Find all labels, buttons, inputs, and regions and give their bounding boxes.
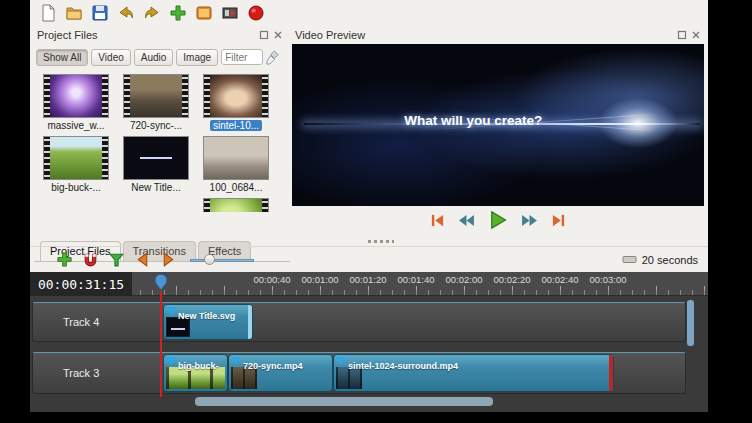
file-label: 720-sync-... <box>130 120 182 131</box>
track-name: Track 4 <box>63 316 99 328</box>
playhead-line[interactable] <box>160 291 162 397</box>
video-preview-header: Video Preview <box>290 26 706 44</box>
light-flare <box>583 88 693 158</box>
clip-720-sync[interactable]: 720-sync.mp4 <box>228 354 333 392</box>
video-thumbnail <box>203 74 269 118</box>
timeline-tracks-area: Track 4 New Title.svg Track 3 big-buck- … <box>30 296 708 412</box>
file-item-partial[interactable] <box>197 198 275 212</box>
zoom-slider-track[interactable] <box>190 259 254 262</box>
video-thumbnail <box>203 198 269 212</box>
fast-forward-icon[interactable] <box>521 214 538 227</box>
play-icon[interactable] <box>488 210 508 230</box>
project-files-panel: Project Files Show All Video Audio Image… <box>32 26 288 212</box>
file-item-selected[interactable]: sintel-10... <box>197 74 275 136</box>
zoom-slider[interactable] <box>190 253 254 267</box>
video-preview-panel: Video Preview What will you create? <box>290 26 706 238</box>
filter-input[interactable] <box>221 49 263 65</box>
playhead-handle[interactable] <box>154 273 168 295</box>
add-track-icon[interactable] <box>56 251 73 268</box>
file-label: big-buck-... <box>51 182 100 193</box>
next-marker-icon[interactable] <box>160 251 177 268</box>
ruler-minor-ticks <box>132 290 708 295</box>
current-time-display: 00:00:31:15 <box>30 272 132 296</box>
file-label: New Title... <box>131 182 180 193</box>
main-toolbar <box>30 0 708 26</box>
file-item[interactable]: 720-sync-... <box>117 74 195 136</box>
ruler-label: 00:01:20 <box>350 274 387 285</box>
file-filter-row: Show All Video Audio Image <box>32 46 288 68</box>
video-preview-canvas: What will you create? <box>292 44 704 206</box>
choose-profile-icon[interactable] <box>194 4 213 23</box>
panel-splitter-handle[interactable] <box>368 240 394 243</box>
playback-controls <box>290 210 706 230</box>
clear-filter-icon[interactable] <box>266 50 281 65</box>
clip-menu-icon[interactable] <box>166 307 176 315</box>
timeline-toolbar: 20 seconds <box>30 246 708 272</box>
ruler-label: 00:01:40 <box>398 274 435 285</box>
title-thumbnail <box>123 136 189 180</box>
jump-to-start-icon[interactable] <box>430 213 445 228</box>
horizontal-scrollbar[interactable] <box>195 397 493 406</box>
filter-tab-image[interactable]: Image <box>176 49 218 66</box>
project-files-header: Project Files <box>32 26 288 44</box>
panel-title: Project Files <box>37 29 98 41</box>
video-thumbnail <box>123 74 189 118</box>
zoom-slider-handle[interactable] <box>204 254 215 265</box>
openshot-window: Project Files Show All Video Audio Image… <box>30 0 708 412</box>
file-label: sintel-10... <box>210 120 262 131</box>
rewind-icon[interactable] <box>458 214 475 227</box>
open-project-icon[interactable] <box>64 4 83 23</box>
video-thumbnail <box>43 74 109 118</box>
close-icon[interactable] <box>691 30 701 40</box>
vertical-scrollbar[interactable] <box>687 300 694 346</box>
undo-icon[interactable] <box>116 4 135 23</box>
filter-tab-audio[interactable]: Audio <box>134 49 174 66</box>
jump-to-end-icon[interactable] <box>551 213 566 228</box>
new-project-icon[interactable] <box>38 4 57 23</box>
clip-right-trim-handle[interactable] <box>248 305 252 339</box>
ruler-label: 00:03:00 <box>590 274 627 285</box>
track-name: Track 3 <box>63 367 99 379</box>
ruler-label: 00:00:40 <box>254 274 291 285</box>
track-row-3[interactable]: Track 3 big-buck- 720-sync.mp4 sintel-10… <box>32 352 686 394</box>
clip-right-trim-handle[interactable] <box>609 355 613 391</box>
zoom-scale-indicator: 20 seconds <box>622 253 698 266</box>
export-video-icon[interactable] <box>220 4 239 23</box>
record-icon[interactable] <box>246 4 265 23</box>
clip-big-buck[interactable]: big-buck- <box>163 354 228 392</box>
ruler-label: 00:02:40 <box>542 274 579 285</box>
file-label: 100_0684... <box>210 182 263 193</box>
filter-tab-video[interactable]: Video <box>91 49 130 66</box>
add-marker-icon[interactable] <box>108 251 125 268</box>
file-item[interactable]: massive_w... <box>37 74 115 136</box>
clip-sintel[interactable]: sintel-1024-surround.mp4 <box>333 354 614 392</box>
clip-menu-icon[interactable] <box>166 357 176 365</box>
zoom-scale-label: 20 seconds <box>642 254 698 266</box>
timeline-ruler[interactable]: 00:00:40 00:01:00 00:01:20 00:01:40 00:0… <box>132 272 708 296</box>
file-item[interactable]: New Title... <box>117 136 195 198</box>
snapping-toggle-icon[interactable] <box>82 251 99 268</box>
clip-label: sintel-1024-surround.mp4 <box>334 360 460 371</box>
clip-menu-icon[interactable] <box>231 357 241 365</box>
file-label: massive_w... <box>47 120 104 131</box>
zoom-scale-icon <box>622 253 637 266</box>
file-item[interactable]: 100_0684... <box>197 136 275 198</box>
clip-menu-icon[interactable] <box>336 357 346 365</box>
undock-icon[interactable] <box>677 30 687 40</box>
ruler-label: 00:01:00 <box>302 274 339 285</box>
undock-icon[interactable] <box>259 30 269 40</box>
project-files-grid: massive_w... 720-sync-... sintel-10... b… <box>36 74 284 212</box>
save-project-icon[interactable] <box>90 4 109 23</box>
close-icon[interactable] <box>273 30 283 40</box>
image-thumbnail <box>203 136 269 180</box>
clip-new-title[interactable]: New Title.svg <box>163 304 253 340</box>
import-files-icon[interactable] <box>168 4 187 23</box>
video-thumbnail <box>43 136 109 180</box>
file-item[interactable]: big-buck-... <box>37 136 115 198</box>
video-title-text: What will you create? <box>404 113 542 128</box>
ruler-label: 00:02:20 <box>494 274 531 285</box>
filter-tab-show-all[interactable]: Show All <box>36 49 88 66</box>
track-row-4[interactable]: Track 4 New Title.svg <box>32 302 686 342</box>
redo-icon[interactable] <box>142 4 161 23</box>
previous-marker-icon[interactable] <box>134 251 151 268</box>
